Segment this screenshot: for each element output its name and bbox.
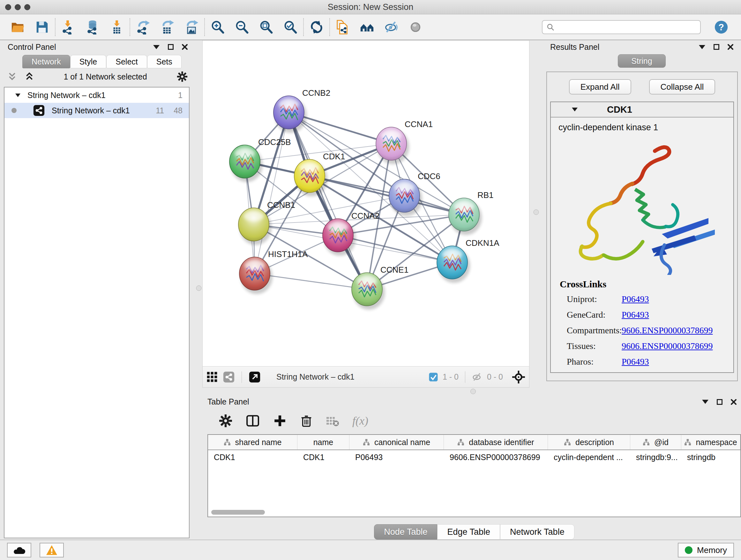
show-all-button[interactable]	[408, 19, 423, 35]
table-cell[interactable]: stringdb:9...	[630, 450, 681, 464]
export-table-button[interactable]	[159, 19, 175, 35]
clone-network-button[interactable]	[335, 19, 350, 35]
splitter-handle[interactable]	[533, 209, 539, 215]
export-network-button[interactable]	[135, 19, 151, 35]
crosslink-value-link[interactable]: P06493	[622, 294, 649, 304]
delete-column-icon[interactable]	[300, 414, 313, 428]
close-panel-icon[interactable]	[731, 399, 737, 405]
open-session-button[interactable]	[10, 19, 25, 35]
collapse-panel-icon[interactable]	[699, 45, 705, 49]
tab-string[interactable]: String	[618, 54, 666, 68]
export-image-button[interactable]	[184, 19, 199, 35]
collapse-panel-icon[interactable]	[702, 400, 709, 404]
network-graph[interactable]: CCNB2CCNA1CDC25BCDK1CDC6RB1CCNB1CCNA2CDK…	[203, 41, 529, 366]
collapse-all-button[interactable]: Collapse All	[649, 79, 716, 95]
zoom-selected-button[interactable]	[283, 19, 298, 35]
grid-view-icon[interactable]	[206, 371, 218, 383]
crosslink-value-link[interactable]: P06493	[622, 310, 649, 320]
zoom-in-button[interactable]	[210, 19, 225, 35]
hide-selected-button[interactable]	[384, 19, 399, 35]
table-cell[interactable]: CDK1	[297, 450, 349, 464]
expand-all-button[interactable]: Expand All	[569, 79, 631, 95]
warnings-button[interactable]	[40, 543, 64, 557]
search-field[interactable]	[542, 20, 701, 34]
entry-description: cyclin-dependent kinase 1	[551, 118, 733, 136]
refresh-button[interactable]	[309, 19, 324, 35]
column-header-canonical-name[interactable]: canonical name	[349, 435, 444, 449]
right-splitter[interactable]	[529, 40, 542, 388]
column-header-description[interactable]: description	[548, 435, 630, 449]
tab-node-table[interactable]: Node Table	[374, 524, 437, 540]
expand-all-icon[interactable]	[25, 72, 34, 81]
network-options-gear-icon[interactable]	[177, 71, 188, 82]
import-network-file-button[interactable]	[61, 19, 76, 35]
splitter-handle[interactable]	[196, 286, 202, 291]
add-column-icon[interactable]	[273, 414, 286, 428]
tree-expand-icon[interactable]	[15, 94, 20, 97]
tab-network-table[interactable]: Network Table	[500, 524, 575, 540]
splitter-handle[interactable]	[470, 388, 476, 394]
column-header-name[interactable]: name	[297, 435, 349, 449]
crosslink-label: Pharos:	[567, 357, 622, 367]
import-network-database-button[interactable]	[85, 19, 100, 35]
table-horizontal-scrollbar[interactable]	[211, 510, 265, 515]
network-view-icon[interactable]	[223, 371, 234, 383]
show-columns-icon[interactable]	[246, 414, 260, 428]
horizontal-splitter[interactable]	[202, 388, 741, 395]
selected-checkbox-icon[interactable]	[428, 372, 438, 382]
show-home-button[interactable]	[359, 19, 375, 35]
network-selection-status: 1 of 1 Network selected	[42, 72, 169, 81]
column-header-database-identifier[interactable]: database identifier	[444, 435, 548, 449]
entry-header[interactable]: CDK1	[551, 102, 733, 118]
float-panel-icon[interactable]	[717, 399, 723, 405]
selected-count: 1 - 0	[443, 372, 459, 381]
left-splitter[interactable]	[195, 40, 202, 540]
table-cell[interactable]: P06493	[349, 450, 444, 464]
zoom-out-button[interactable]	[234, 19, 250, 35]
column-header-shared-name[interactable]: shared name	[208, 435, 297, 449]
tab-select[interactable]: Select	[106, 55, 147, 68]
close-panel-icon[interactable]	[728, 44, 733, 50]
svg-text:CCNB2: CCNB2	[302, 88, 330, 98]
close-panel-icon[interactable]	[182, 44, 188, 50]
collapse-panel-icon[interactable]	[153, 45, 159, 49]
memory-button[interactable]: Memory	[678, 543, 734, 557]
svg-text:HIST1H1A: HIST1H1A	[268, 249, 308, 259]
network-row-selected[interactable]: String Network – cdk1 11 48	[4, 103, 189, 118]
table-panel: Table Panel f(x) shared name	[202, 395, 741, 540]
import-table-file-button[interactable]	[109, 19, 125, 35]
table-cell[interactable]: cyclin-dependent ...	[548, 450, 630, 464]
table-cell[interactable]: 9606.ENSP00000378699	[444, 450, 548, 464]
network-collection-count: 1	[178, 91, 189, 100]
save-session-button[interactable]	[35, 19, 50, 35]
tab-network[interactable]: Network	[22, 55, 70, 68]
search-input[interactable]	[557, 23, 696, 32]
zoom-fit-button[interactable]	[259, 19, 274, 35]
tab-style[interactable]: Style	[70, 55, 107, 68]
table-tabs: Node Table Edge Table Network Table	[207, 524, 741, 540]
table-cell[interactable]: CDK1	[208, 450, 297, 464]
table-cell[interactable]: stringdb	[681, 450, 740, 464]
help-button[interactable]: ?	[714, 19, 729, 35]
entry-collapse-icon[interactable]	[572, 108, 578, 111]
crosslink-value-link[interactable]: P06493	[622, 357, 649, 367]
collapse-all-icon[interactable]	[8, 72, 17, 81]
table-options-gear-icon[interactable]	[219, 414, 232, 428]
float-panel-icon[interactable]	[714, 44, 719, 50]
column-header-label: canonical name	[374, 438, 430, 447]
zoom-selected-icon	[283, 20, 298, 35]
column-header--id[interactable]: @id	[630, 435, 681, 449]
birds-eye-crosshair-icon[interactable]	[512, 370, 525, 384]
crosslink-value-link[interactable]: 9606.ENSP00000378699	[622, 325, 713, 335]
network-collection-row[interactable]: String Network – cdk1 1	[4, 87, 189, 103]
column-header-namespace[interactable]: namespace	[681, 435, 740, 449]
cloud-status-button[interactable]	[7, 543, 31, 557]
network-canvas[interactable]: CCNB2CCNA1CDC25BCDK1CDC6RB1CCNB1CCNA2CDK…	[202, 40, 529, 367]
tab-edge-table[interactable]: Edge Table	[437, 524, 500, 540]
float-panel-icon[interactable]	[168, 44, 174, 50]
node-table: shared namenamecanonical namedatabase id…	[207, 434, 741, 517]
table-row[interactable]: CDK1CDK1P064939606.ENSP00000378699cyclin…	[208, 450, 740, 464]
crosslink-value-link[interactable]: 9606.ENSP00000378699	[622, 341, 713, 351]
tab-sets[interactable]: Sets	[147, 55, 182, 68]
detach-view-icon[interactable]	[249, 371, 260, 383]
